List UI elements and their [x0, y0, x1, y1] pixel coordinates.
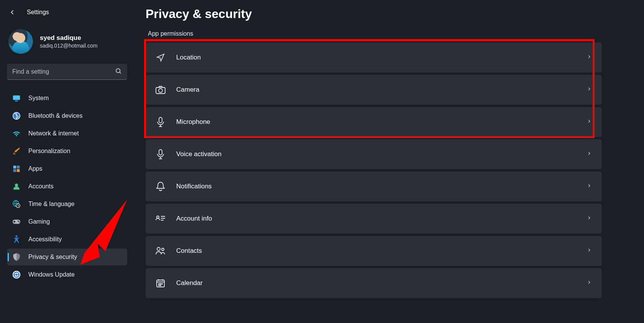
sidebar-item-accessibility[interactable]: Accessibility	[7, 231, 127, 248]
chevron-right-icon	[587, 215, 592, 222]
bell-icon	[156, 181, 166, 191]
camera-icon	[156, 85, 166, 95]
profile-email: sadiq.012@hotmail.com	[40, 43, 97, 49]
svg-rect-6	[13, 169, 16, 172]
permission-list: LocationCameraMicrophoneVoice activation…	[146, 43, 602, 298]
page-title: Privacy & security	[146, 7, 602, 21]
permission-item-microphone[interactable]: Microphone	[146, 107, 602, 137]
permission-item-account-info[interactable]: Account info	[146, 204, 602, 234]
back-button[interactable]	[8, 8, 16, 16]
wifi-icon	[12, 129, 21, 138]
svg-point-27	[159, 285, 159, 286]
globe-clock-icon	[12, 200, 21, 208]
search-input[interactable]	[7, 64, 127, 80]
main: Privacy & security App permissions Locat…	[134, 0, 644, 323]
svg-point-17	[159, 89, 162, 92]
sidebar-item-privacy-security[interactable]: Privacy & security	[7, 249, 127, 265]
sidebar-item-label: Accessibility	[28, 236, 62, 243]
sidebar-item-system[interactable]: System	[7, 90, 127, 107]
svg-point-25	[160, 283, 161, 284]
sidebar-item-accounts[interactable]: Accounts	[7, 178, 127, 195]
svg-point-13	[19, 222, 20, 223]
permission-item-contacts[interactable]: Contacts	[146, 236, 602, 266]
svg-point-24	[159, 283, 159, 284]
sidebar-item-network-internet[interactable]: Network & internet	[7, 125, 127, 142]
svg-rect-18	[159, 117, 162, 123]
sidebar-item-label: Accounts	[28, 183, 54, 190]
app-title: Settings	[27, 9, 49, 16]
sidebar-item-label: Privacy & security	[28, 254, 77, 260]
apps-icon	[12, 165, 21, 173]
search-wrap	[7, 64, 127, 80]
shield-icon	[12, 253, 21, 261]
contacts-icon	[156, 246, 166, 256]
permission-label: Calendar	[176, 279, 576, 287]
avatar	[8, 29, 33, 54]
svg-point-14	[16, 235, 18, 237]
permission-label: Contacts	[176, 247, 576, 255]
chevron-right-icon	[587, 151, 592, 158]
sidebar-item-windows-update[interactable]: Windows Update	[7, 266, 127, 283]
permission-item-notifications[interactable]: Notifications	[146, 171, 602, 201]
sidebar-item-label: Gaming	[28, 218, 50, 225]
calendar-icon	[156, 278, 166, 288]
profile-text: syed sadique sadiq.012@hotmail.com	[40, 34, 97, 49]
chevron-right-icon	[587, 280, 592, 287]
svg-point-28	[160, 285, 161, 286]
microphone-icon	[156, 117, 166, 127]
monitor-icon	[12, 94, 21, 102]
bluetooth-icon	[12, 112, 21, 120]
sidebar-item-label: Personalization	[28, 148, 70, 155]
sidebar-item-label: Bluetooth & devices	[28, 112, 82, 119]
svg-point-26	[162, 283, 162, 284]
sidebar-item-label: Windows Update	[28, 271, 75, 278]
profile-block[interactable]: syed sadique sadiq.012@hotmail.com	[7, 23, 127, 63]
person-icon	[12, 182, 21, 191]
profile-name: syed sadique	[40, 34, 97, 42]
chevron-right-icon	[587, 119, 592, 125]
sidebar-item-label: Apps	[28, 165, 42, 172]
sidebar-item-gaming[interactable]: Gaming	[7, 213, 127, 230]
permission-item-voice-activation[interactable]: Voice activation	[146, 139, 602, 169]
gamepad-icon	[12, 218, 21, 226]
section-label: App permissions	[148, 30, 602, 37]
sidebar-item-label: Time & language	[28, 201, 74, 208]
sidebar: Settings syed sadique sadiq.012@hotmail.…	[0, 0, 134, 323]
svg-rect-19	[159, 150, 162, 155]
chevron-right-icon	[587, 247, 592, 254]
svg-point-21	[157, 247, 160, 250]
sidebar-item-bluetooth-devices[interactable]: Bluetooth & devices	[7, 107, 127, 124]
svg-rect-2	[15, 101, 18, 101]
permission-label: Location	[176, 54, 576, 61]
permission-label: Camera	[176, 86, 576, 94]
microphone-icon	[156, 149, 166, 159]
sidebar-item-label: System	[28, 95, 49, 102]
permission-label: Account info	[176, 215, 576, 222]
permission-item-calendar[interactable]: Calendar	[146, 268, 602, 298]
sidebar-item-personalization[interactable]: Personalization	[7, 143, 127, 160]
permission-item-location[interactable]: Location	[146, 43, 602, 73]
svg-point-15	[13, 271, 20, 278]
account-card-icon	[156, 214, 166, 224]
svg-rect-4	[13, 166, 16, 169]
location-arrow-icon	[156, 53, 166, 63]
accessibility-icon	[12, 235, 21, 244]
arrow-left-icon	[8, 8, 16, 16]
sidebar-item-apps[interactable]: Apps	[7, 160, 127, 177]
sidebar-item-label: Network & internet	[28, 130, 79, 137]
sidebar-item-time-language[interactable]: Time & language	[7, 196, 127, 213]
permission-item-camera[interactable]: Camera	[146, 75, 602, 105]
svg-point-20	[157, 216, 159, 218]
svg-rect-1	[13, 96, 20, 100]
permission-label: Voice activation	[176, 150, 576, 158]
svg-rect-7	[17, 169, 20, 172]
brush-icon	[12, 147, 21, 155]
svg-rect-5	[17, 166, 20, 169]
sidebar-header: Settings	[7, 6, 127, 23]
sidebar-nav: SystemBluetooth & devicesNetwork & inter…	[7, 90, 127, 283]
svg-point-22	[162, 248, 164, 250]
chevron-right-icon	[587, 54, 592, 61]
chevron-right-icon	[587, 86, 592, 93]
svg-point-0	[116, 69, 120, 73]
svg-point-12	[18, 221, 19, 222]
